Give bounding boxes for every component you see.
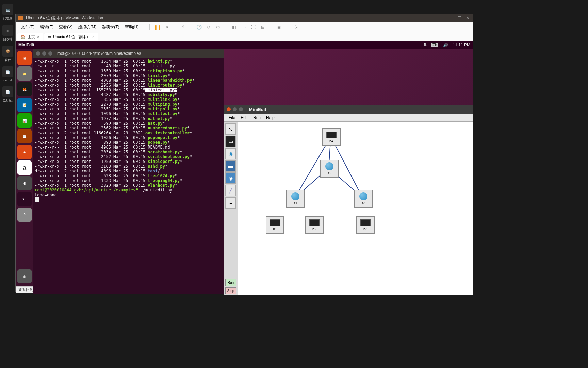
vm-content: MiniEdit ⇅ Zh 🔊 11:11 PM ◉ 📁 🦊 📝 📊 📑 A a… <box>16 41 473 286</box>
miniedit-menu-run[interactable]: Run <box>250 115 263 120</box>
layout3-icon[interactable]: ⛶ <box>250 24 256 30</box>
term-close-icon[interactable] <box>36 51 40 56</box>
menu-tabs[interactable]: 选项卡(T) <box>99 24 122 30</box>
link-tool[interactable]: ╱ <box>225 185 236 196</box>
impress-icon[interactable]: 📑 <box>17 129 32 143</box>
node-label: s3 <box>361 201 365 205</box>
fullscreen-icon[interactable]: ⛶▾ <box>292 24 298 30</box>
miniedit-close-icon[interactable] <box>227 107 231 111</box>
snapshot-revert-icon[interactable]: ↺ <box>206 24 212 30</box>
layout2-icon[interactable]: ▭ <box>241 24 247 30</box>
network-icon[interactable]: ⇅ <box>423 43 427 47</box>
tab-home[interactable]: 🏠 主页 × <box>17 33 43 41</box>
snapshot-icon[interactable]: 🕐 <box>196 24 202 30</box>
layout1-icon[interactable]: ◧ <box>231 24 237 30</box>
calc-icon[interactable]: 📊 <box>17 113 32 128</box>
terminal-window[interactable]: root@2020010844-gzh: /opt/mininet/exampl… <box>33 49 224 294</box>
miniedit-menu-help[interactable]: Help <box>263 115 277 120</box>
screenshot-icon[interactable]: ⎙ <box>180 24 186 30</box>
miniedit-title: MiniEdit <box>249 107 266 112</box>
close-button[interactable]: ✕ <box>465 15 470 21</box>
miniedit-menu-edit[interactable]: Edit <box>238 115 250 120</box>
host-tool[interactable]: ▭ <box>225 136 236 147</box>
vmware-window: Ubuntu 64 位 (副本) - VMware Workstation — … <box>15 14 473 292</box>
terminal-icon[interactable]: >_ <box>17 192 32 206</box>
miniedit-max-icon[interactable] <box>239 107 243 111</box>
miniedit-toolbar: ↖ ▭ ◉ ▬ ◉ ╱ ≡ Run Stop <box>224 122 238 295</box>
files-icon[interactable]: 📁 <box>17 66 32 81</box>
clock[interactable]: 11:11 PM <box>453 43 470 47</box>
vmware-tabs: 🏠 主页 × ▭ Ubuntu 64 位（副本） × <box>16 32 473 41</box>
help-icon[interactable]: ? <box>17 208 32 222</box>
legacy-router-tool[interactable]: ◉ <box>225 172 236 184</box>
node-s1[interactable]: s1 <box>286 190 305 208</box>
menu-file[interactable]: 文件(F) <box>18 24 37 30</box>
writer-icon[interactable]: 📝 <box>17 98 32 112</box>
node-s2[interactable]: s2 <box>320 160 339 178</box>
node-label: h4 <box>329 139 333 143</box>
cursor-tool[interactable]: ↖ <box>225 123 236 135</box>
host-icon <box>270 219 280 226</box>
node-h3[interactable]: h3 <box>356 216 375 234</box>
node-label: s1 <box>293 201 297 205</box>
menu-vm[interactable]: 虚拟机(M) <box>75 24 99 30</box>
desktop-icon-cattxt[interactable]: 📄 <box>2 66 13 77</box>
stop-button[interactable]: Stop <box>225 287 236 294</box>
node-h4[interactable]: h4 <box>322 128 341 146</box>
pause-icon[interactable]: ❚❚ <box>154 24 161 30</box>
switch-icon <box>291 192 299 200</box>
host-desktop: 💻 此电脑 🗑 回收站 📦 软件 📄 cat.txt 📄 C盘.txt <box>0 0 15 368</box>
miniedit-menubar: File Edit Run Help <box>224 114 473 122</box>
close-icon[interactable]: × <box>92 35 95 40</box>
switch-tool[interactable]: ◉ <box>225 148 236 159</box>
vmware-titlebar[interactable]: Ubuntu 64 位 (副本) - VMware Workstation — … <box>16 14 473 22</box>
volume-icon[interactable]: 🔊 <box>443 43 448 47</box>
close-icon[interactable]: × <box>37 35 39 40</box>
tab-vm[interactable]: ▭ Ubuntu 64 位（副本） × <box>44 33 98 41</box>
term-max-icon[interactable] <box>48 51 52 56</box>
active-app-title: MiniEdit <box>18 43 34 47</box>
desktop-icon-cdisk[interactable]: 📄 <box>2 86 13 97</box>
miniedit-canvas[interactable]: h4s2s1s3h1h2h3 <box>238 122 473 295</box>
node-s3[interactable]: s3 <box>354 190 373 208</box>
maximize-button[interactable]: ☐ <box>457 15 462 21</box>
host-icon <box>360 219 371 226</box>
ubuntu-topbar: MiniEdit ⇅ Zh 🔊 11:11 PM <box>16 41 473 49</box>
software-icon[interactable]: A <box>17 145 32 159</box>
menu-edit[interactable]: 编辑(E) <box>37 24 56 30</box>
miniedit-titlebar[interactable]: MiniEdit <box>224 105 473 114</box>
terminal-titlebar[interactable]: root@2020010844-gzh: /opt/mininet/exampl… <box>33 49 224 58</box>
desktop-icon-software[interactable]: 📦 <box>2 46 13 57</box>
trash-icon[interactable]: 🗑 <box>17 269 32 283</box>
node-h1[interactable]: h1 <box>266 216 284 234</box>
dropdown-icon[interactable]: ▾ <box>164 24 170 30</box>
miniedit-window[interactable]: MiniEdit File Edit Run Help ↖ ▭ ◉ ▬ ◉ ╱ … <box>224 105 473 295</box>
miniedit-min-icon[interactable] <box>233 107 237 111</box>
minimize-button[interactable]: — <box>448 15 454 21</box>
firefox-icon[interactable]: 🦊 <box>17 82 32 96</box>
host-icon <box>309 219 320 226</box>
term-min-icon[interactable] <box>42 51 46 56</box>
terminal-content[interactable]: -rwxr-xr-x 1 root root 1634 Mar 25 00:15… <box>33 58 224 203</box>
desktop-icon-thispc[interactable]: 💻 <box>2 4 13 15</box>
node-label: h3 <box>363 227 368 231</box>
menu-help[interactable]: 帮助(H) <box>122 24 142 30</box>
node-label: h2 <box>312 227 316 231</box>
input-method[interactable]: Zh <box>431 43 438 47</box>
unity-launcher: ◉ 📁 🦊 📝 📊 📑 A a ⚙ >_ ? 🗑 <box>16 49 33 286</box>
desktop-icon-recycle[interactable]: 🗑 <box>2 25 13 36</box>
node-h2[interactable]: h2 <box>305 216 324 234</box>
amazon-icon[interactable]: a <box>17 160 32 175</box>
menu-view[interactable]: 查看(V) <box>56 24 75 30</box>
vmware-title: Ubuntu 64 位 (副本) - VMware Workstation <box>26 15 446 21</box>
ubuntu-dash-icon[interactable]: ◉ <box>17 51 32 65</box>
legacy-switch-tool[interactable]: ▬ <box>225 160 236 172</box>
unity-icon[interactable]: ▣ <box>276 24 282 30</box>
miniedit-menu-file[interactable]: File <box>226 115 238 120</box>
controller-tool[interactable]: ≡ <box>225 197 236 209</box>
settings-icon[interactable]: ⚙ <box>17 176 32 190</box>
terminal-title: root@2020010844-gzh: /opt/mininet/exampl… <box>57 51 141 56</box>
layout4-icon[interactable]: ⊞ <box>260 24 266 30</box>
snapshot-manage-icon[interactable]: ⚙ <box>215 24 221 30</box>
run-button[interactable]: Run <box>225 279 236 286</box>
